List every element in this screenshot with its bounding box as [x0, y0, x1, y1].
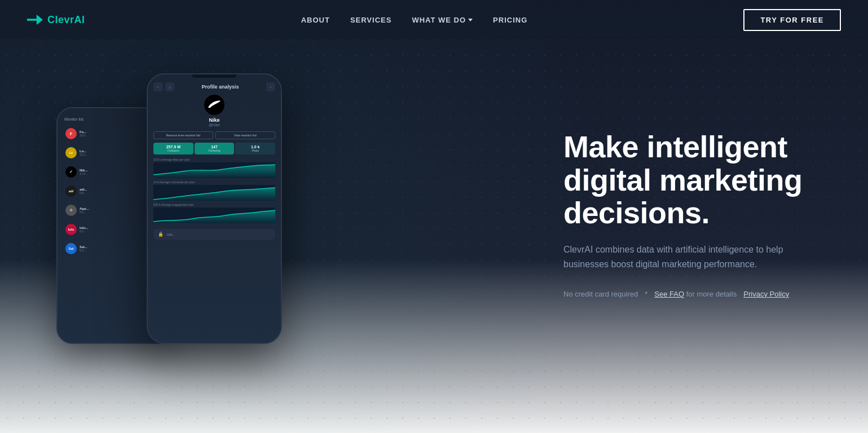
- chart-engagement-label: 629 k Average engagement rate: [153, 203, 275, 206]
- faq-separator: *: [645, 290, 647, 298]
- nike-swoosh-icon: [207, 100, 222, 110]
- chart-avg-comments: 14 k Average comments per post: [153, 180, 275, 201]
- home-button[interactable]: ⌂: [165, 82, 174, 91]
- following-value: 147: [196, 145, 233, 149]
- logo-icon: [27, 15, 43, 25]
- chart-avg-comments-label: 14 k Average comments per post: [153, 180, 275, 184]
- followers-stat: 257.9 M Followers: [153, 143, 193, 154]
- chart-avg-comments-area: [153, 185, 275, 201]
- try-for-free-button[interactable]: TRY FOR FREE: [743, 9, 841, 31]
- phone-topbar: ‹ ⌂ Profile analysis ›: [153, 82, 275, 91]
- nav-links: ABOUT SERVICES WHAT WE DO PRICING: [301, 15, 528, 25]
- lock-icon: 🔒: [158, 232, 164, 237]
- remove-from-monitor-button[interactable]: Remove from monitor list: [153, 131, 213, 139]
- avatar: adi: [65, 185, 77, 197]
- phone-front-screen: ‹ ⌂ Profile analysis ›: [148, 78, 281, 343]
- brand-avatar: [204, 95, 224, 115]
- hero-headline: Make intelligent digital marketing decis…: [563, 130, 823, 229]
- engagement-chart-svg: [153, 207, 275, 223]
- following-stat: 147 Following: [195, 143, 235, 154]
- nav-item-pricing[interactable]: PRICING: [493, 15, 527, 25]
- hero-inner: Monitor list F Fa... 15.4... LV: [0, 39, 868, 355]
- chevron-down-icon: [468, 19, 473, 21]
- avatar: lulu: [65, 224, 77, 235]
- unlock-label: Unl...: [167, 233, 175, 236]
- nav-item-services[interactable]: SERVICES: [350, 15, 392, 25]
- logo-text: ClevrAI: [47, 14, 85, 26]
- nav-item-what-we-do[interactable]: WHAT WE DO: [412, 16, 473, 24]
- profile-stats: 257.9 M Followers 147 Following 1.0 k Po…: [153, 143, 275, 154]
- privacy-anchor[interactable]: Privacy Policy: [743, 290, 789, 298]
- hero-subtitle: ClevrAI combines data with artificial in…: [563, 242, 823, 271]
- following-label: Following: [196, 149, 233, 152]
- navbar: ClevrAI ABOUT SERVICES WHAT WE DO PRICIN…: [0, 0, 868, 39]
- likes-chart-svg: [153, 162, 275, 178]
- nav-link-what-we-do[interactable]: WHAT WE DO: [412, 16, 473, 24]
- profile-actions: Remove from monitor list View monitor li…: [153, 131, 275, 139]
- chart-avg-likes: 13.8 s Average likes per post: [153, 158, 275, 178]
- profile-charts: 13.8 s Average likes per post: [153, 158, 275, 223]
- followers-label: Followers: [155, 149, 192, 152]
- avatar: LV: [65, 147, 77, 158]
- phone-mockup-container: Monitor list F Fa... 15.4... LV: [34, 73, 384, 355]
- posts-label: Posts: [237, 149, 274, 152]
- chart-engagement-area: [153, 207, 275, 223]
- chart-avg-likes-label: 13.8 s Average likes per post: [153, 158, 275, 161]
- avatar: F: [65, 128, 77, 139]
- no-credit-card-text: No credit card required: [563, 290, 638, 298]
- faq-suffix: for more details: [686, 290, 737, 298]
- profile-section: Nike @nike: [153, 95, 275, 127]
- brand-handle: @nike: [209, 123, 220, 127]
- forward-button[interactable]: ›: [266, 82, 275, 91]
- nav-link-services[interactable]: SERVICES: [350, 16, 392, 24]
- privacy-policy-link[interactable]: Privacy Policy: [743, 290, 789, 298]
- chart-avg-likes-area: [153, 162, 275, 178]
- profile-analysis-title: Profile analysis: [174, 84, 266, 90]
- hero-meta: No credit card required * See FAQ for mo…: [563, 290, 823, 298]
- brand-name: Nike: [209, 117, 219, 123]
- avatar: Sal: [65, 243, 77, 254]
- unlock-bar[interactable]: 🔒 Unl...: [153, 229, 275, 240]
- avatar: ✓: [65, 166, 77, 178]
- comments-chart-svg: [153, 185, 275, 201]
- view-monitor-list-button[interactable]: View monitor list: [215, 131, 275, 139]
- posts-stat: 1.0 k Posts: [235, 143, 275, 154]
- hero-text-block: Make intelligent digital marketing decis…: [541, 130, 823, 298]
- back-button[interactable]: ‹: [153, 82, 162, 91]
- logo[interactable]: ClevrAI: [27, 14, 85, 26]
- followers-value: 257.9 M: [155, 145, 192, 149]
- nav-item-about[interactable]: ABOUT: [301, 15, 330, 25]
- nav-link-pricing[interactable]: PRICING: [493, 16, 527, 24]
- hero-section: Monitor list F Fa... 15.4... LV: [0, 0, 868, 433]
- chart-engagement: 629 k Average engagement rate: [153, 203, 275, 223]
- nav-link-about[interactable]: ABOUT: [301, 16, 330, 24]
- faq-anchor[interactable]: See FAQ: [654, 290, 684, 298]
- phone-front-mockup: ‹ ⌂ Profile analysis ›: [147, 73, 282, 344]
- faq-link[interactable]: See FAQ for more details: [654, 290, 737, 298]
- posts-value: 1.0 k: [237, 145, 274, 149]
- avatar: ⊹: [65, 205, 77, 216]
